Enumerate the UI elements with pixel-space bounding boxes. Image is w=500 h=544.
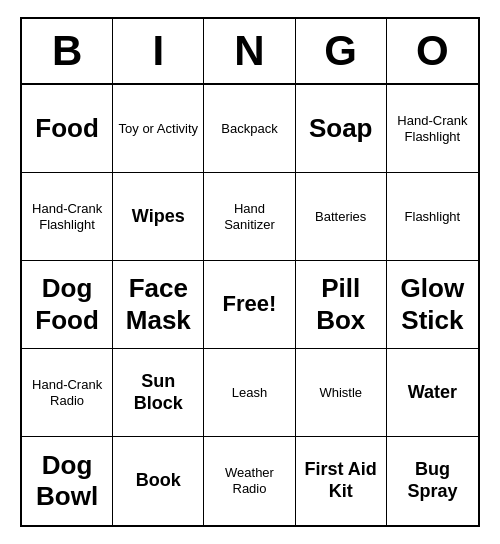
grid-cell: Dog Bowl <box>22 437 113 525</box>
bingo-grid: FoodToy or ActivityBackpackSoapHand-Cran… <box>22 85 478 525</box>
header-letter: G <box>296 19 387 83</box>
grid-cell: Wipes <box>113 173 204 261</box>
grid-cell: Whistle <box>296 349 387 437</box>
header-letter: O <box>387 19 478 83</box>
grid-cell: Toy or Activity <box>113 85 204 173</box>
grid-cell: Flashlight <box>387 173 478 261</box>
grid-cell: Leash <box>204 349 295 437</box>
header-letter: B <box>22 19 113 83</box>
grid-cell: Bug Spray <box>387 437 478 525</box>
grid-cell: Water <box>387 349 478 437</box>
bingo-card: BINGO FoodToy or ActivityBackpackSoapHan… <box>20 17 480 527</box>
grid-cell: Glow Stick <box>387 261 478 349</box>
header-letter: N <box>204 19 295 83</box>
grid-cell: Soap <box>296 85 387 173</box>
grid-cell: Backpack <box>204 85 295 173</box>
grid-cell: First Aid Kit <box>296 437 387 525</box>
grid-cell: Free! <box>204 261 295 349</box>
grid-cell: Hand-Crank Flashlight <box>387 85 478 173</box>
grid-cell: Batteries <box>296 173 387 261</box>
grid-cell: Pill Box <box>296 261 387 349</box>
grid-cell: Book <box>113 437 204 525</box>
grid-cell: Hand-Crank Radio <box>22 349 113 437</box>
grid-cell: Hand-Crank Flashlight <box>22 173 113 261</box>
grid-cell: Hand Sanitizer <box>204 173 295 261</box>
grid-cell: Weather Radio <box>204 437 295 525</box>
grid-cell: Dog Food <box>22 261 113 349</box>
grid-cell: Food <box>22 85 113 173</box>
header-letter: I <box>113 19 204 83</box>
bingo-header: BINGO <box>22 19 478 85</box>
grid-cell: Face Mask <box>113 261 204 349</box>
grid-cell: Sun Block <box>113 349 204 437</box>
